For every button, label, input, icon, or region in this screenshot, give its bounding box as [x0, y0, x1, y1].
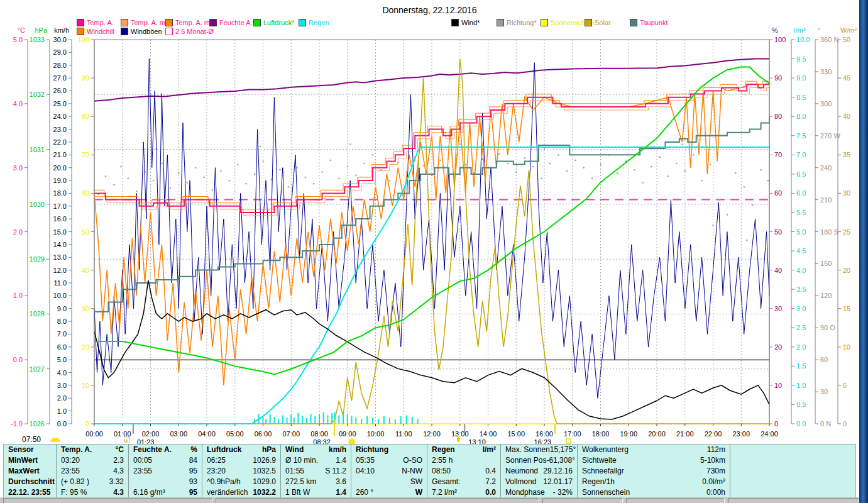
axis-tick-label: 19.0 — [53, 177, 67, 184]
table-col-richtung: Richtung05:35O-SO04:10N-NWSW260 °W — [351, 445, 427, 498]
axis-tick-label: 5.0 — [13, 36, 23, 43]
axis-tick-label: 60 — [82, 189, 89, 197]
table-cell: 0:00h — [706, 488, 725, 497]
axis-tick-label: -1.0 — [11, 420, 23, 428]
direction-dot — [591, 178, 593, 179]
table-cell: Schneefallgr — [582, 467, 624, 475]
axis-kmh: 0.01.02.03.04.05.06.07.08.09.010.011.012… — [53, 26, 72, 428]
axis-tick-label: 22.0 — [53, 138, 67, 146]
table-cell: % — [190, 445, 197, 454]
axis-tick-label: 9.0 — [796, 74, 806, 82]
axis-C: -1.00.01.02.03.04.05.0°C — [11, 26, 28, 428]
direction-dot — [423, 165, 424, 166]
table-cell: 2.3 — [113, 456, 124, 465]
x-tick-label: 04:00 — [198, 430, 216, 438]
axis-tick-label: 1.0 — [13, 292, 23, 299]
axis-tick-label: 20.0 — [53, 164, 67, 172]
direction-dot — [220, 170, 221, 172]
statusbar-panel — [728, 498, 859, 503]
axis-tick-label: 20 — [843, 267, 850, 274]
table-cell: Neumond — [505, 467, 538, 475]
table-row: 23:554.3 — [57, 466, 128, 477]
axis-tick-label: 8.5 — [796, 94, 806, 101]
x-tick-label: 20:00 — [648, 430, 666, 438]
axis-tick-label: 90 O — [820, 324, 835, 331]
direction-dot — [744, 186, 745, 187]
direction-dot — [507, 163, 508, 164]
open-square-icon — [566, 439, 571, 443]
table-cell: 23:55 — [133, 467, 152, 475]
direction-dot — [98, 194, 99, 195]
axis-tick-label: 40 — [843, 113, 850, 120]
table-cell: W — [415, 488, 422, 497]
direction-dot — [746, 240, 747, 241]
table-cell: Mondphase — [505, 488, 545, 497]
table-cell: ^0.9hPa/h — [207, 477, 241, 486]
table-col-info-0: Max. Sonnen15,175°Sonnen Pos-61,308°Neum… — [500, 445, 577, 498]
table-col-info-1: Wolkenunterg112mSichtweite5-10kmSchneefa… — [577, 445, 730, 498]
direction-dot — [260, 146, 261, 147]
table-col-luftdruck: LuftdruckhPa06:251026.923:201032.5^0.9hP… — [202, 445, 280, 498]
direction-dot — [153, 180, 154, 181]
direction-dot — [212, 189, 213, 191]
axis-tick-label: 24.0 — [53, 113, 67, 120]
chart-legend: Temp. A.Temp. A. minTemp. A. maxFeuchte … — [0, 0, 859, 36]
axis-tick-label: 0.0 — [13, 356, 23, 363]
table-cell: Regen — [432, 445, 455, 454]
legend-swatch-icon — [585, 19, 592, 26]
legend-item: Taupunkt — [630, 19, 668, 26]
table-row: Gesamt:7.2 — [427, 476, 500, 487]
axis-tick-label: 1.0 — [57, 407, 67, 415]
direction-dot — [263, 160, 264, 162]
table-col-wind: Windkm/hØ 10 min.1.401:55S 11.2272.5 km3… — [280, 445, 351, 498]
axis-tick-label: 30 — [843, 189, 850, 197]
axis-tick-label: 10.0 — [53, 292, 67, 299]
direction-dot — [767, 180, 769, 181]
direction-dot — [710, 164, 711, 165]
table-row: Regenl/m² — [427, 445, 500, 455]
direction-dot — [128, 178, 129, 179]
direction-dot — [524, 157, 525, 158]
direction-dot — [515, 171, 517, 172]
legend-label: Solar — [595, 19, 611, 26]
table-cell: F: 95 % — [61, 488, 87, 497]
direction-dot — [105, 175, 106, 177]
axis-tick-label: 0.0 — [57, 420, 67, 428]
table-row: 08:500.4 — [427, 466, 500, 477]
table-cell: 1026.9 — [253, 456, 276, 465]
axis-tick-label: 6.0 — [796, 189, 806, 197]
legend-item: Wind* — [451, 19, 480, 26]
table-row: 260 °W — [351, 487, 427, 497]
legend-label: Windböen — [131, 28, 162, 35]
axis-tick-label: 10 — [774, 382, 782, 389]
table-row: veränderlich1032.2 — [202, 487, 280, 497]
axis-: 0 N306090 O120150180 S210240270 W3003303… — [815, 26, 840, 428]
table-cell: 6.16 g/m³ — [133, 488, 165, 497]
table-row: Schneefallgr730m — [578, 466, 730, 477]
legend-swatch-icon — [77, 19, 84, 26]
x-tick-label: 18:00 — [592, 430, 610, 438]
table-cell: Vollmond — [505, 477, 536, 486]
table-cell: Temp. A. — [61, 445, 92, 454]
table-cell: 12.01.17 — [543, 477, 573, 486]
table-cell: 1 Bft W — [285, 488, 310, 497]
axis-: 0102030405060708090100% — [769, 26, 786, 428]
legend-item: Windböen — [121, 28, 162, 35]
axis-min: 0102030405060708090100min — [78, 26, 94, 428]
table-row: MaxWert — [4, 466, 56, 477]
table-cell: MinWert — [8, 456, 38, 465]
legend-swatch-icon — [299, 19, 306, 26]
axis-tick-label: 45 — [843, 74, 850, 82]
direction-dot — [676, 163, 677, 164]
axis-tick-label: 30 — [774, 305, 782, 312]
axis-tick-label: 2.0 — [796, 343, 806, 351]
axis-tick-label: 180 S — [820, 228, 838, 236]
legend-swatch-icon — [165, 28, 173, 35]
table-cell: 00:05 — [133, 456, 152, 465]
direction-dot — [321, 171, 322, 172]
table-cell: l/m² — [483, 445, 496, 454]
direction-dot — [380, 169, 382, 170]
axis-tick-label: 210 — [820, 196, 832, 204]
moonrise-icon — [126, 438, 128, 442]
table-col-feuchte-a-: Feuchte A.%00:058423:5595936.16 g/m³95 — [128, 445, 202, 498]
